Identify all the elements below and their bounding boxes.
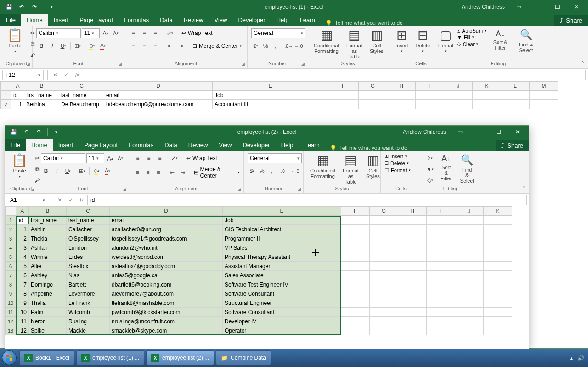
cell-A2[interactable]: 1 bbox=[16, 225, 29, 234]
column-header-D[interactable]: D bbox=[104, 81, 213, 91]
shrink-font-icon[interactable]: A▾ bbox=[111, 28, 120, 38]
cancel-formula-icon[interactable]: ✕ bbox=[54, 195, 65, 205]
autosum-icon[interactable]: Σ▾ bbox=[425, 153, 435, 163]
number-format-combo[interactable]: General▾ bbox=[248, 153, 302, 163]
taskbar-item-0[interactable]: XBook1 - Excel bbox=[19, 350, 74, 365]
align-right-icon[interactable]: ≡ bbox=[150, 41, 160, 51]
cell-K10[interactable] bbox=[484, 298, 512, 308]
select-all-corner[interactable] bbox=[0, 81, 11, 91]
cell-C5[interactable]: Erdes bbox=[67, 252, 110, 262]
cell-E8[interactable]: Software Test Engineer IV bbox=[223, 280, 341, 289]
formula-input[interactable] bbox=[83, 70, 586, 80]
undo-icon[interactable]: ↶ bbox=[21, 127, 32, 137]
cell-I13[interactable] bbox=[427, 326, 455, 335]
cell-J6[interactable] bbox=[455, 262, 484, 271]
cell-C8[interactable]: Bartlett bbox=[67, 280, 110, 289]
tab-help[interactable]: Help bbox=[271, 14, 294, 26]
cell-B1[interactable]: first_name bbox=[29, 216, 67, 225]
row-header-6[interactable]: 6 bbox=[5, 262, 16, 271]
decrease-decimal-icon[interactable]: ←.0 bbox=[294, 41, 303, 51]
cell-C3[interactable]: O'Spellissey bbox=[67, 234, 110, 243]
align-bottom-icon[interactable]: ≡ bbox=[155, 153, 165, 163]
cell-G2[interactable] bbox=[370, 225, 398, 234]
alignment-launcher-icon[interactable]: ◢ bbox=[240, 61, 246, 67]
delete-cells-button[interactable]: ⊟Delete▾ bbox=[413, 28, 433, 54]
cell-K3[interactable] bbox=[484, 234, 512, 243]
cell-K11[interactable] bbox=[484, 308, 512, 317]
cell-I1[interactable] bbox=[416, 91, 444, 100]
cell-L2[interactable] bbox=[501, 100, 530, 109]
cell-D13[interactable]: smackieb@skype.com bbox=[110, 326, 223, 335]
row-header-12[interactable]: 12 bbox=[5, 317, 16, 326]
cell-C11[interactable]: Witcomb bbox=[67, 308, 110, 317]
row-header-9[interactable]: 9 bbox=[5, 289, 16, 298]
cell-D7[interactable]: anias5@google.ca bbox=[110, 271, 223, 280]
cell-J1[interactable] bbox=[444, 91, 473, 100]
cell-I2[interactable] bbox=[427, 225, 455, 234]
currency-icon[interactable]: $▾ bbox=[251, 41, 260, 51]
format-as-table-button[interactable]: ▤Format as Table bbox=[340, 153, 362, 185]
cell-J13[interactable] bbox=[455, 326, 484, 335]
fill-color-icon[interactable]: ◇▾ bbox=[87, 41, 97, 51]
align-left-icon[interactable]: ≡ bbox=[128, 41, 138, 51]
cell-G8[interactable] bbox=[370, 280, 398, 289]
column-header-E[interactable]: E bbox=[213, 81, 328, 91]
cell-D3[interactable]: tospellissey1@goodreads.com bbox=[110, 234, 223, 243]
cell-G6[interactable] bbox=[370, 262, 398, 271]
redo-icon[interactable]: ↷ bbox=[34, 127, 45, 137]
cell-H4[interactable] bbox=[398, 243, 427, 252]
tell-me-search[interactable]: 💡Tell me what you want to do bbox=[325, 145, 496, 151]
cell-C1[interactable]: last_name bbox=[67, 216, 110, 225]
cell-D1[interactable]: email bbox=[110, 216, 223, 225]
cell-B7[interactable]: Ashley bbox=[29, 271, 67, 280]
find-select-button[interactable]: 🔍Find & Select bbox=[457, 153, 477, 184]
cell-C6[interactable]: Stealfox bbox=[67, 262, 110, 271]
row-header-3[interactable]: 3 bbox=[5, 234, 16, 243]
percent-icon[interactable]: % bbox=[261, 41, 271, 51]
cell-E2[interactable]: GIS Technical Architect bbox=[223, 225, 341, 234]
cell-I7[interactable] bbox=[427, 271, 455, 280]
orientation-icon[interactable]: ⤢▾ bbox=[170, 153, 180, 163]
cell-D8[interactable]: dbartlett6@booking.com bbox=[110, 280, 223, 289]
cell-B12[interactable]: Neron bbox=[29, 317, 67, 326]
bold-button[interactable]: B bbox=[41, 166, 51, 176]
cell-F2[interactable] bbox=[341, 225, 370, 234]
merge-center-button[interactable]: ⊟Merge & Center▾ bbox=[192, 43, 242, 49]
cell-styles-button[interactable]: ▥Cell Styles bbox=[367, 28, 386, 55]
cell-I12[interactable] bbox=[427, 317, 455, 326]
spreadsheet-grid[interactable]: ABCDEFGHIJK 1idfirst_namelast_nameemailJ… bbox=[5, 206, 529, 335]
number-launcher-icon[interactable]: ◢ bbox=[300, 61, 306, 67]
cell-E10[interactable]: Structural Engineer bbox=[223, 298, 341, 308]
fx-icon[interactable]: fx bbox=[76, 195, 87, 205]
cell-J11[interactable] bbox=[455, 308, 484, 317]
cell-D10[interactable]: tlefrank8@mashable.com bbox=[110, 298, 223, 308]
cell-I9[interactable] bbox=[427, 289, 455, 298]
column-header-H[interactable]: H bbox=[398, 206, 427, 216]
cell-C10[interactable]: Le Frank bbox=[67, 298, 110, 308]
column-header-J[interactable]: J bbox=[455, 206, 484, 216]
cell-H6[interactable] bbox=[398, 262, 427, 271]
cell-F12[interactable] bbox=[341, 317, 370, 326]
cell-K7[interactable] bbox=[484, 271, 512, 280]
cell-G12[interactable] bbox=[370, 317, 398, 326]
cell-H5[interactable] bbox=[398, 252, 427, 262]
cell-F6[interactable] bbox=[341, 262, 370, 271]
cell-F3[interactable] bbox=[341, 234, 370, 243]
font-name-combo[interactable]: Calibri▾ bbox=[41, 153, 85, 163]
cell-K5[interactable] bbox=[484, 252, 512, 262]
tab-view[interactable]: View bbox=[213, 139, 237, 151]
cell-B13[interactable]: Spike bbox=[29, 326, 67, 335]
cell-A3[interactable]: 2 bbox=[16, 234, 29, 243]
fill-icon[interactable]: ▼▾ bbox=[425, 164, 435, 174]
cell-D12[interactable]: nruslinga@moonfruit.com bbox=[110, 317, 223, 326]
shrink-font-icon[interactable]: A▾ bbox=[116, 153, 125, 163]
percent-icon[interactable]: % bbox=[258, 166, 267, 176]
cell-J9[interactable] bbox=[455, 289, 484, 298]
taskbar-item-1[interactable]: Xemployee-list (1) ... bbox=[76, 350, 144, 365]
comma-icon[interactable]: , bbox=[271, 41, 280, 51]
cell-B10[interactable]: Thalia bbox=[29, 298, 67, 308]
grow-font-icon[interactable]: A▴ bbox=[101, 28, 110, 38]
cell-A10[interactable]: 9 bbox=[16, 298, 29, 308]
cell-E6[interactable]: Assistant Manager bbox=[223, 262, 341, 271]
align-center-icon[interactable]: ≡ bbox=[139, 41, 149, 51]
